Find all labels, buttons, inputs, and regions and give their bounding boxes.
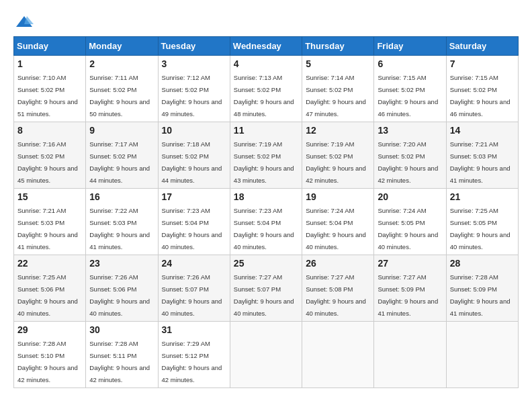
day-info: Sunrise: 7:21 AMSunset: 5:03 PMDaylight:… xyxy=(17,207,78,250)
day-number: 17 xyxy=(162,191,226,202)
day-info: Sunrise: 7:16 AMSunset: 5:02 PMDaylight:… xyxy=(17,140,78,184)
svg-marker-1 xyxy=(24,16,34,24)
day-info: Sunrise: 7:15 AMSunset: 5:02 PMDaylight:… xyxy=(378,74,438,118)
calendar-cell: 30 Sunrise: 7:28 AMSunset: 5:11 PMDaylig… xyxy=(86,322,158,388)
day-info: Sunrise: 7:20 AMSunset: 5:02 PMDaylight:… xyxy=(378,140,438,184)
day-info: Sunrise: 7:24 AMSunset: 5:05 PMDaylight:… xyxy=(378,207,438,250)
calendar-cell: 23 Sunrise: 7:26 AMSunset: 5:06 PMDaylig… xyxy=(86,255,158,322)
day-info: Sunrise: 7:28 AMSunset: 5:10 PMDaylight:… xyxy=(17,340,78,383)
day-number: 30 xyxy=(89,324,154,335)
calendar-cell: 25 Sunrise: 7:27 AMSunset: 5:07 PMDaylig… xyxy=(230,255,302,322)
week-row-2: 8 Sunrise: 7:16 AMSunset: 5:02 PMDayligh… xyxy=(14,122,519,189)
logo-icon xyxy=(15,13,34,32)
day-number: 25 xyxy=(234,258,298,269)
day-header-thursday: Thursday xyxy=(302,37,374,56)
day-number: 18 xyxy=(234,191,298,202)
day-info: Sunrise: 7:17 AMSunset: 5:02 PMDaylight:… xyxy=(89,140,150,184)
calendar-cell: 1 Sunrise: 7:10 AMSunset: 5:02 PMDayligh… xyxy=(14,56,86,122)
calendar-cell: 5 Sunrise: 7:14 AMSunset: 5:02 PMDayligh… xyxy=(302,56,374,122)
day-number: 3 xyxy=(162,58,226,69)
day-number: 1 xyxy=(17,58,82,69)
day-info: Sunrise: 7:25 AMSunset: 5:06 PMDaylight:… xyxy=(17,273,78,317)
day-number: 9 xyxy=(89,125,154,136)
calendar-cell: 10 Sunrise: 7:18 AMSunset: 5:02 PMDaylig… xyxy=(158,122,230,189)
day-info: Sunrise: 7:25 AMSunset: 5:05 PMDaylight:… xyxy=(450,207,511,250)
day-info: Sunrise: 7:29 AMSunset: 5:12 PMDaylight:… xyxy=(162,340,222,383)
day-number: 12 xyxy=(306,125,370,136)
day-number: 6 xyxy=(378,58,442,69)
day-header-monday: Monday xyxy=(86,37,158,56)
calendar-cell: 6 Sunrise: 7:15 AMSunset: 5:02 PMDayligh… xyxy=(374,56,446,122)
day-info: Sunrise: 7:28 AMSunset: 5:09 PMDaylight:… xyxy=(450,273,511,317)
day-info: Sunrise: 7:28 AMSunset: 5:11 PMDaylight:… xyxy=(89,340,150,383)
day-number: 16 xyxy=(89,191,154,202)
day-number: 20 xyxy=(378,191,442,202)
day-number: 27 xyxy=(378,258,442,269)
calendar-cell: 27 Sunrise: 7:27 AMSunset: 5:09 PMDaylig… xyxy=(374,255,446,322)
calendar-cell: 16 Sunrise: 7:22 AMSunset: 5:03 PMDaylig… xyxy=(86,189,158,255)
calendar-cell xyxy=(446,322,518,388)
day-info: Sunrise: 7:26 AMSunset: 5:07 PMDaylight:… xyxy=(162,273,222,317)
day-header-saturday: Saturday xyxy=(446,37,518,56)
calendar-header-row: SundayMondayTuesdayWednesdayThursdayFrid… xyxy=(14,37,519,56)
day-number: 15 xyxy=(17,191,82,202)
page-header xyxy=(13,13,519,32)
day-number: 19 xyxy=(306,191,370,202)
calendar-body: 1 Sunrise: 7:10 AMSunset: 5:02 PMDayligh… xyxy=(14,56,519,388)
day-number: 29 xyxy=(17,324,82,335)
day-number: 26 xyxy=(306,258,370,269)
calendar-cell: 4 Sunrise: 7:13 AMSunset: 5:02 PMDayligh… xyxy=(230,56,302,122)
day-info: Sunrise: 7:19 AMSunset: 5:02 PMDaylight:… xyxy=(306,140,366,184)
calendar-cell: 14 Sunrise: 7:21 AMSunset: 5:03 PMDaylig… xyxy=(446,122,518,189)
calendar-cell: 7 Sunrise: 7:15 AMSunset: 5:02 PMDayligh… xyxy=(446,56,518,122)
day-header-sunday: Sunday xyxy=(14,37,86,56)
day-number: 23 xyxy=(89,258,154,269)
day-info: Sunrise: 7:27 AMSunset: 5:09 PMDaylight:… xyxy=(378,273,438,317)
logo xyxy=(13,13,34,32)
calendar-cell: 13 Sunrise: 7:20 AMSunset: 5:02 PMDaylig… xyxy=(374,122,446,189)
calendar-cell: 21 Sunrise: 7:25 AMSunset: 5:05 PMDaylig… xyxy=(446,189,518,255)
day-info: Sunrise: 7:12 AMSunset: 5:02 PMDaylight:… xyxy=(162,74,222,118)
day-number: 2 xyxy=(89,58,154,69)
calendar-cell: 8 Sunrise: 7:16 AMSunset: 5:02 PMDayligh… xyxy=(14,122,86,189)
day-info: Sunrise: 7:27 AMSunset: 5:07 PMDaylight:… xyxy=(234,273,294,317)
day-info: Sunrise: 7:13 AMSunset: 5:02 PMDaylight:… xyxy=(234,74,294,118)
calendar-cell xyxy=(374,322,446,388)
calendar-cell xyxy=(230,322,302,388)
day-info: Sunrise: 7:19 AMSunset: 5:02 PMDaylight:… xyxy=(234,140,294,184)
day-number: 4 xyxy=(234,58,298,69)
calendar-cell: 29 Sunrise: 7:28 AMSunset: 5:10 PMDaylig… xyxy=(14,322,86,388)
calendar-cell: 2 Sunrise: 7:11 AMSunset: 5:02 PMDayligh… xyxy=(86,56,158,122)
day-number: 24 xyxy=(162,258,226,269)
day-header-friday: Friday xyxy=(374,37,446,56)
week-row-4: 22 Sunrise: 7:25 AMSunset: 5:06 PMDaylig… xyxy=(14,255,519,322)
day-info: Sunrise: 7:26 AMSunset: 5:06 PMDaylight:… xyxy=(89,273,150,317)
calendar-cell: 3 Sunrise: 7:12 AMSunset: 5:02 PMDayligh… xyxy=(158,56,230,122)
week-row-3: 15 Sunrise: 7:21 AMSunset: 5:03 PMDaylig… xyxy=(14,189,519,255)
day-number: 5 xyxy=(306,58,370,69)
calendar-cell: 24 Sunrise: 7:26 AMSunset: 5:07 PMDaylig… xyxy=(158,255,230,322)
day-info: Sunrise: 7:24 AMSunset: 5:04 PMDaylight:… xyxy=(306,207,366,250)
day-info: Sunrise: 7:21 AMSunset: 5:03 PMDaylight:… xyxy=(450,140,511,184)
day-number: 8 xyxy=(17,125,82,136)
day-number: 11 xyxy=(234,125,298,136)
day-info: Sunrise: 7:10 AMSunset: 5:02 PMDaylight:… xyxy=(17,74,78,118)
calendar-cell: 22 Sunrise: 7:25 AMSunset: 5:06 PMDaylig… xyxy=(14,255,86,322)
day-number: 31 xyxy=(162,324,226,335)
day-number: 28 xyxy=(450,258,515,269)
day-number: 10 xyxy=(162,125,226,136)
day-number: 7 xyxy=(450,58,515,69)
calendar-cell: 19 Sunrise: 7:24 AMSunset: 5:04 PMDaylig… xyxy=(302,189,374,255)
calendar-cell: 26 Sunrise: 7:27 AMSunset: 5:08 PMDaylig… xyxy=(302,255,374,322)
calendar-cell: 12 Sunrise: 7:19 AMSunset: 5:02 PMDaylig… xyxy=(302,122,374,189)
calendar-cell: 18 Sunrise: 7:23 AMSunset: 5:04 PMDaylig… xyxy=(230,189,302,255)
day-number: 21 xyxy=(450,191,515,202)
calendar-cell xyxy=(302,322,374,388)
calendar-cell: 11 Sunrise: 7:19 AMSunset: 5:02 PMDaylig… xyxy=(230,122,302,189)
week-row-5: 29 Sunrise: 7:28 AMSunset: 5:10 PMDaylig… xyxy=(14,322,519,388)
day-number: 14 xyxy=(450,125,515,136)
day-info: Sunrise: 7:14 AMSunset: 5:02 PMDaylight:… xyxy=(306,74,366,118)
day-info: Sunrise: 7:23 AMSunset: 5:04 PMDaylight:… xyxy=(234,207,294,250)
day-info: Sunrise: 7:27 AMSunset: 5:08 PMDaylight:… xyxy=(306,273,366,317)
day-info: Sunrise: 7:22 AMSunset: 5:03 PMDaylight:… xyxy=(89,207,150,250)
